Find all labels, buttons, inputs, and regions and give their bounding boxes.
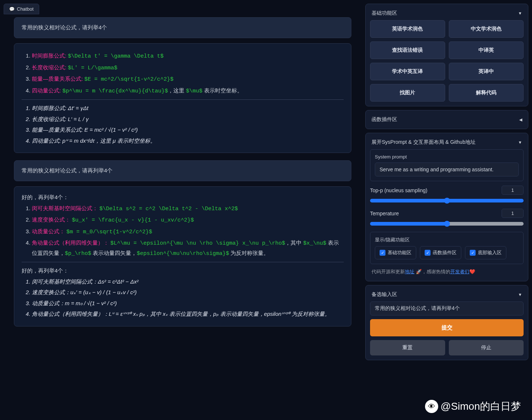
alt-input-field[interactable]: [370, 302, 524, 315]
sysprompt-panel: 展开SysPrompt & 交互界面布局 & Github地址 ▼ System…: [365, 133, 528, 281]
bot-message: 时间膨胀公式: $\Delta t' = \gamma \Delta t$ 长度…: [14, 43, 351, 153]
tab-bar: 💬 Chatbot: [4, 4, 362, 14]
plugin-panel: 函数插件区 ◀: [365, 110, 528, 129]
chevron-left-icon: ◀: [519, 117, 522, 122]
submit-button[interactable]: 提交: [370, 319, 524, 336]
chat-area: 常用的狭义相对论公式，请列举4个 时间膨胀公式: $\Delta t' = \g…: [4, 17, 362, 416]
panel-header-sys[interactable]: 展开SysPrompt & 交互界面布局 & Github地址 ▼: [370, 138, 524, 149]
source-link[interactable]: 地址: [405, 269, 414, 274]
fn-zh-to-en[interactable]: 中译英: [449, 41, 524, 59]
chevron-down-icon: ▼: [518, 140, 522, 145]
fn-find-image[interactable]: 找图片: [370, 84, 445, 102]
fn-grammar-check[interactable]: 查找语法错误: [370, 41, 445, 59]
panel-header-basic[interactable]: 基础功能区 ▼: [370, 8, 524, 20]
check-icon: ✓: [425, 250, 431, 256]
fn-academic-translate[interactable]: 学术中英互译: [370, 63, 445, 80]
chat-icon: 💬: [9, 7, 15, 12]
fn-explain-code[interactable]: 解释代码: [449, 84, 524, 102]
check-basic[interactable]: ✓基础功能区: [375, 246, 416, 259]
check-icon: ✓: [470, 250, 476, 256]
temperature-label: Temperature: [370, 211, 399, 216]
toggle-label: 显示/隐藏功能区: [375, 237, 519, 243]
alt-input-panel: 备选输入区 ▼ 提交 重置 停止: [365, 285, 528, 360]
user-message: 常用的狭义相对论公式，请再列举4个: [14, 160, 351, 181]
check-plugin[interactable]: ✓函数插件区: [420, 246, 461, 259]
fn-chinese-polish[interactable]: 中文学术润色: [449, 20, 524, 38]
check-bottom-input[interactable]: ✓底部输入区: [465, 246, 506, 259]
fn-en-to-zh[interactable]: 英译中: [449, 63, 524, 80]
check-icon: ✓: [380, 250, 385, 256]
panel-header-alt-input[interactable]: 备选输入区 ▼: [370, 290, 524, 302]
stop-button[interactable]: 停止: [449, 340, 524, 355]
chevron-down-icon: ▼: [518, 11, 522, 15]
tab-chatbot[interactable]: 💬 Chatbot: [4, 4, 39, 14]
temperature-value[interactable]: 1: [502, 209, 524, 218]
devs-link[interactable]: 开发者们: [450, 269, 469, 274]
user-message: 常用的狭义相对论公式，请列举4个: [14, 17, 351, 38]
chevron-down-icon: ▼: [518, 292, 522, 297]
system-prompt-input[interactable]: [375, 162, 519, 176]
footer-text: 代码开源和更新地址 🚀，感谢热情的开发者们❤️: [370, 267, 524, 277]
reset-button[interactable]: 重置: [370, 340, 445, 355]
bot-message: 好的，再列举4个： 闵可夫斯基时空间隔公式： $\Delta s^2 = c^2…: [14, 186, 351, 326]
topp-slider[interactable]: [370, 199, 524, 202]
fn-english-polish[interactable]: 英语学术润色: [370, 20, 445, 38]
system-prompt-label: System prompt: [375, 154, 519, 160]
tab-label: Chatbot: [17, 6, 34, 12]
panel-header-plugin[interactable]: 函数插件区 ◀: [370, 115, 524, 124]
temperature-slider[interactable]: [370, 222, 524, 226]
topp-value[interactable]: 1: [502, 186, 524, 195]
topp-label: Top-p (nucleus sampling): [370, 187, 427, 193]
basic-functions-panel: 基础功能区 ▼ 英语学术润色 中文学术润色 查找语法错误 中译英 学术中英互译 …: [365, 4, 528, 106]
